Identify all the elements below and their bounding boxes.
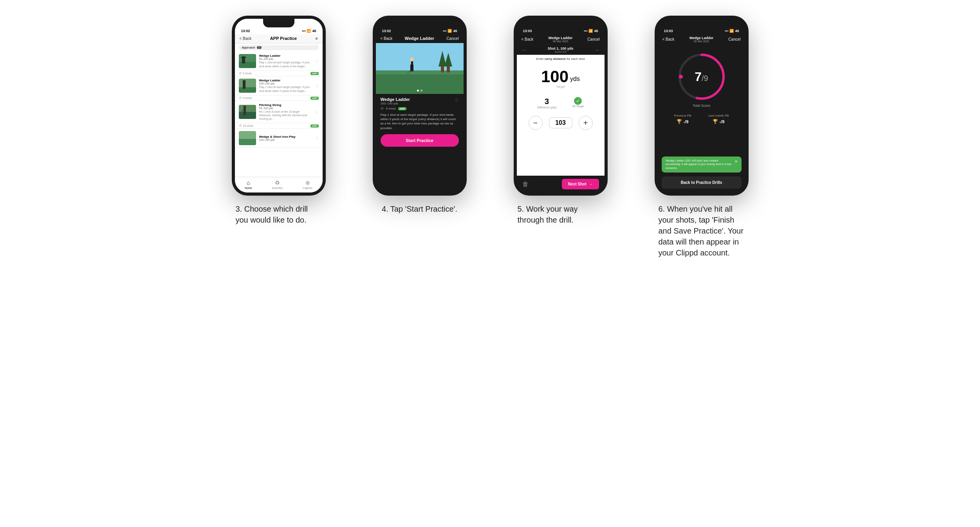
drill-desc-3: Hit 1 shot at each of the 10 target dist… bbox=[259, 110, 312, 121]
phone-section-4: 13:03 ▪▪▪ 📶 46 < Back Wedge Ladder 06 Ma… bbox=[639, 16, 764, 258]
phone-screen-2: 13:02 ▪▪▪ 📶 46 < Back Wedge Ladder Cance… bbox=[376, 19, 464, 192]
next-shot-arrow-icon: → bbox=[589, 182, 593, 186]
toast-close-button[interactable]: × bbox=[735, 159, 737, 164]
filter-chip-1[interactable]: Approach 7 bbox=[239, 45, 319, 50]
drill-range-4: 100–140 yds bbox=[259, 138, 312, 141]
next-arrow[interactable]: → bbox=[594, 47, 600, 53]
decrement-button[interactable]: − bbox=[529, 116, 543, 130]
phone-notch-2 bbox=[404, 19, 435, 27]
drill-footer-1: ⏱ 9 shots APP bbox=[235, 71, 323, 76]
drill-range-3: 55–100 yds bbox=[259, 107, 312, 110]
drill-thumb-3 bbox=[239, 105, 256, 119]
hit-target-check-icon: ✓ bbox=[574, 97, 582, 105]
toast-message: 'Wedge Ladder (100–140 yds)' was created… bbox=[666, 159, 731, 170]
svg-rect-19 bbox=[447, 67, 450, 72]
delete-icon[interactable]: 🗑 bbox=[522, 181, 529, 188]
spacer-3 bbox=[517, 134, 605, 176]
svg-rect-3 bbox=[241, 57, 246, 58]
cancel-button-2[interactable]: Cancel bbox=[446, 36, 458, 41]
back-button-2[interactable]: < Back bbox=[381, 36, 393, 41]
status-icons-1: ▪▪▪ 📶 46 bbox=[302, 29, 316, 33]
score-denom: /9 bbox=[702, 74, 708, 83]
star-icon-3: ☆ bbox=[315, 110, 319, 114]
filter-label-1: Approach bbox=[242, 46, 255, 49]
list-item[interactable]: Wedge Ladder 100–140 yds Play 1 shot at … bbox=[235, 76, 323, 95]
drill-thumb-1 bbox=[239, 54, 256, 68]
detail-desc-2: Play 1 shot at each target yardage. If y… bbox=[381, 113, 459, 130]
step-description-2: 4. Tap 'Start Practice'. bbox=[382, 203, 457, 214]
signal-icon-3: ▪▪▪ bbox=[584, 29, 588, 33]
drill-desc-2: Play 1 shot at each target yardage. If y… bbox=[259, 85, 312, 92]
shots-label-3: 10 shots bbox=[243, 124, 253, 127]
drill-range-2: 100–140 yds bbox=[259, 82, 312, 85]
phone-section-1: 13:02 ▪▪▪ 📶 46 < Back APP Practice ≡ App… bbox=[216, 16, 341, 225]
increment-button[interactable]: + bbox=[579, 116, 593, 130]
dot-2 bbox=[421, 90, 422, 92]
toast-text: 'Wedge Ladder (100–140 yds)' was created… bbox=[666, 159, 733, 170]
svg-rect-9 bbox=[244, 106, 246, 115]
target-display: 100 yds Target bbox=[517, 63, 605, 94]
svg-rect-23 bbox=[412, 65, 413, 72]
prev-arrow[interactable]: ← bbox=[522, 47, 527, 53]
next-shot-button[interactable]: Next Shot → bbox=[562, 179, 599, 189]
back-button-4[interactable]: < Back bbox=[662, 37, 675, 41]
hero-image-2 bbox=[376, 43, 464, 94]
list-item[interactable]: Pitching String 55–100 yds Hit 1 shot at… bbox=[235, 101, 323, 123]
difference-label: Difference (yds) bbox=[537, 106, 556, 109]
trophy-icon-2: 🏆 bbox=[713, 119, 718, 124]
nav-home[interactable]: ⌂ Home bbox=[245, 180, 252, 189]
shots-label-2: 9 shots bbox=[243, 97, 252, 99]
nav-title-1: APP Practice bbox=[270, 36, 297, 41]
drill-info-4: Wedge & Short Iron Play 100–140 yds bbox=[259, 135, 312, 141]
phone-frame-1: 13:02 ▪▪▪ 📶 46 < Back APP Practice ≡ App… bbox=[232, 16, 326, 196]
drill-footer-2: ⏱ 9 shots APP bbox=[235, 95, 323, 101]
svg-rect-5 bbox=[239, 87, 256, 93]
pb-row: Previous PB 🏆 -/9 Last month PB 🏆 -/9 bbox=[658, 111, 745, 127]
shot-input[interactable]: 103 bbox=[549, 117, 572, 128]
list-item[interactable]: Wedge & Short Iron Play 100–140 yds ☆ bbox=[235, 129, 323, 148]
svg-point-27 bbox=[679, 75, 683, 79]
bottom-nav-1: ⌂ Home ♻ Activities ⊕ Capture bbox=[235, 177, 323, 192]
drill-name-3: Pitching String bbox=[259, 103, 312, 107]
capture-icon: ⊕ bbox=[305, 180, 310, 186]
nav-subtitle-3: 06 Mar 2023 bbox=[548, 40, 572, 43]
start-practice-button[interactable]: Start Practice bbox=[381, 134, 459, 147]
cancel-button-3[interactable]: Cancel bbox=[587, 37, 599, 41]
menu-icon-1[interactable]: ≡ bbox=[316, 36, 318, 41]
stat-difference: 3 Difference (yds) bbox=[537, 97, 556, 109]
wifi-icon-3: 📶 bbox=[588, 29, 593, 33]
back-button-3[interactable]: < Back bbox=[522, 37, 534, 41]
previous-pb-label: Previous PB bbox=[674, 114, 691, 117]
nav-activities[interactable]: ♻ Activities bbox=[272, 180, 283, 189]
drill-name-1: Wedge Ladder bbox=[259, 54, 312, 58]
signal-icon-4: ▪▪▪ bbox=[725, 29, 729, 33]
back-to-drills-button[interactable]: Back to Practice Drills bbox=[662, 176, 742, 189]
list-item[interactable]: Wedge Ladder 50–100 yds Play 1 shot at e… bbox=[235, 52, 323, 71]
nav-subtitle-4: 06 Mar 2023 bbox=[689, 40, 713, 43]
phone-screen-3: 13:03 ▪▪▪ 📶 46 < Back Wedge Ladder 06 Ma… bbox=[517, 19, 605, 192]
next-shot-label: Next Shot bbox=[568, 182, 587, 186]
detail-title-2: Wedge Ladder bbox=[381, 97, 410, 102]
nav-bar-3: < Back Wedge Ladder 06 Mar 2023 Cancel bbox=[517, 34, 605, 45]
back-button-1[interactable]: < Back bbox=[240, 36, 252, 41]
detail-shots-row-2: ⏱ 9 shots APP bbox=[381, 107, 459, 110]
nav-center-3: Wedge Ladder 06 Mar 2023 bbox=[548, 36, 572, 43]
nav-home-label: Home bbox=[245, 187, 252, 189]
home-icon: ⌂ bbox=[247, 180, 250, 186]
cancel-button-4[interactable]: Cancel bbox=[728, 37, 740, 41]
svg-rect-12 bbox=[239, 139, 256, 145]
star-icon-1: ☆ bbox=[315, 59, 319, 63]
nav-center-4: Wedge Ladder 06 Mar 2023 bbox=[689, 36, 713, 43]
nav-capture[interactable]: ⊕ Capture bbox=[303, 180, 312, 189]
total-score-label: Total Score bbox=[693, 104, 710, 108]
filter-count-1: 7 bbox=[257, 46, 262, 49]
star-icon-4: ☆ bbox=[315, 136, 319, 140]
detail-range-2: 100–140 yds bbox=[381, 102, 410, 105]
wifi-icon-1: 📶 bbox=[307, 29, 311, 33]
signal-icon-1: ▪▪▪ bbox=[302, 29, 306, 33]
app-badge-2: APP bbox=[310, 97, 318, 100]
nav-bar-2: < Back Wedge Ladder Cancel bbox=[376, 34, 464, 43]
target-unit: yds bbox=[570, 76, 580, 83]
dot-1 bbox=[417, 90, 419, 92]
phone-screen-1: 13:02 ▪▪▪ 📶 46 < Back APP Practice ≡ App… bbox=[235, 19, 323, 192]
